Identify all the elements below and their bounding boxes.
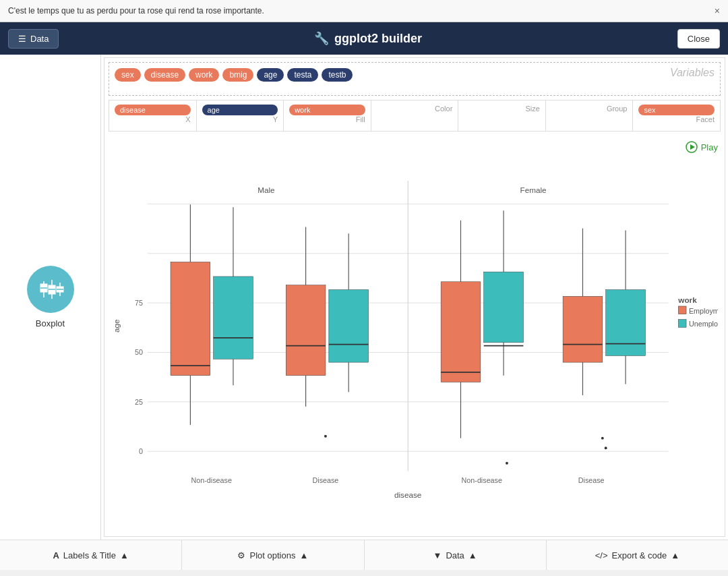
top-bar: C'est le temps que tu as perdu pour ta r… xyxy=(0,0,728,22)
play-button[interactable]: Play xyxy=(686,141,718,153)
svg-rect-36 xyxy=(286,285,326,376)
plot-options-button[interactable]: ⚙ Plot options ▲ xyxy=(182,540,364,570)
svg-rect-32 xyxy=(214,277,253,359)
svg-text:Female: Female xyxy=(520,185,547,194)
tag-sex[interactable]: sex xyxy=(115,68,141,82)
svg-rect-69 xyxy=(678,320,686,328)
export-code-label: Export & code xyxy=(612,550,667,560)
mapping-x-tag[interactable]: disease xyxy=(115,105,191,115)
mapping-facet[interactable]: sex Facet xyxy=(633,100,720,131)
mapping-row: disease X age Y work Fill Color Size Gro… xyxy=(109,100,721,132)
mapping-group[interactable]: Group xyxy=(546,100,634,131)
data-filter-label: Data xyxy=(446,550,464,560)
database-icon: ☰ xyxy=(18,34,26,44)
plot-options-arrow-icon: ▲ xyxy=(299,550,308,560)
labels-arrow-icon: ▲ xyxy=(120,550,129,560)
plot-options-label: Plot options xyxy=(249,550,295,560)
svg-rect-28 xyxy=(171,262,210,375)
svg-text:Employment: Employment xyxy=(689,307,718,315)
mapping-fill[interactable]: work Fill xyxy=(284,100,371,131)
svg-text:Non-disease: Non-disease xyxy=(462,476,502,484)
main-content: Boxplot Variables sex disease work bmig … xyxy=(0,55,728,540)
variables-label: Variables xyxy=(670,67,715,79)
app-title: 🔧 ggplot2 builder xyxy=(314,31,422,46)
svg-text:Unemployment: Unemployment xyxy=(689,320,718,328)
svg-text:Disease: Disease xyxy=(313,476,339,484)
labels-title-label: Labels & Title xyxy=(63,550,116,560)
svg-rect-41 xyxy=(329,290,369,363)
mapping-y-tag[interactable]: age xyxy=(202,105,278,115)
filter-icon: ▼ xyxy=(433,550,442,560)
mapping-y[interactable]: age Y xyxy=(197,100,284,131)
svg-rect-62 xyxy=(606,290,646,356)
svg-point-53 xyxy=(506,462,508,465)
svg-text:50: 50 xyxy=(135,348,143,356)
right-panel: Variables sex disease work bmig age test… xyxy=(104,57,725,537)
data-button[interactable]: ☰ Data xyxy=(8,29,59,49)
tag-work[interactable]: work xyxy=(189,68,219,82)
labels-title-button[interactable]: A Labels & Title ▲ xyxy=(0,540,182,570)
mapping-x[interactable]: disease X xyxy=(109,100,197,131)
code-icon: </> xyxy=(595,550,608,560)
svg-point-59 xyxy=(605,447,607,449)
svg-text:age: age xyxy=(112,320,121,333)
close-button[interactable]: Close xyxy=(677,29,720,49)
export-code-button[interactable]: </> Export & code ▲ xyxy=(547,540,728,570)
export-arrow-icon: ▲ xyxy=(671,550,679,560)
mapping-color[interactable]: Color xyxy=(371,100,459,131)
boxplot-chart: 0 25 50 75 age Male Female xyxy=(111,142,718,529)
variables-tags: sex disease work bmig age testa testb xyxy=(115,68,715,82)
labels-icon: A xyxy=(53,550,59,560)
chart-area: Play 0 25 50 75 age xyxy=(104,136,725,536)
app-header: ☰ Data 🔧 ggplot2 builder Close xyxy=(0,22,728,55)
top-message: C'est le temps que tu as perdu pour ta r… xyxy=(8,6,264,16)
mapping-size[interactable]: Size xyxy=(458,100,546,131)
gear-icon: ⚙ xyxy=(237,550,245,560)
boxplot-icon[interactable] xyxy=(27,266,74,313)
mapping-fill-tag[interactable]: work xyxy=(289,105,365,115)
left-panel: Boxplot xyxy=(0,55,101,540)
tag-age[interactable]: age xyxy=(257,68,284,82)
wrench-icon: 🔧 xyxy=(314,31,329,46)
variables-section: Variables sex disease work bmig age test… xyxy=(109,62,721,96)
svg-rect-47 xyxy=(441,282,481,382)
svg-text:Male: Male xyxy=(257,185,274,194)
svg-text:0: 0 xyxy=(139,447,143,455)
svg-text:75: 75 xyxy=(135,299,143,307)
tag-testb[interactable]: testb xyxy=(322,68,353,82)
svg-point-38 xyxy=(324,435,327,438)
geom-label: Boxplot xyxy=(36,318,65,328)
tag-bmig[interactable]: bmig xyxy=(222,68,253,82)
top-close-icon[interactable]: × xyxy=(715,5,720,16)
svg-rect-67 xyxy=(678,306,686,314)
tag-testa[interactable]: testa xyxy=(287,68,318,82)
svg-text:Non-disease: Non-disease xyxy=(191,476,232,484)
svg-text:work: work xyxy=(677,295,697,304)
svg-text:25: 25 xyxy=(135,398,143,406)
footer: A Labels & Title ▲ ⚙ Plot options ▲ ▼ Da… xyxy=(0,540,728,570)
svg-text:disease: disease xyxy=(394,490,421,499)
svg-text:Disease: Disease xyxy=(578,476,605,484)
svg-rect-56 xyxy=(563,296,603,362)
tag-disease[interactable]: disease xyxy=(144,68,185,82)
data-arrow-icon: ▲ xyxy=(468,550,477,560)
data-filter-button[interactable]: ▼ Data ▲ xyxy=(365,540,547,570)
svg-point-58 xyxy=(601,437,604,440)
mapping-facet-tag[interactable]: sex xyxy=(638,105,715,115)
svg-rect-51 xyxy=(484,272,524,343)
